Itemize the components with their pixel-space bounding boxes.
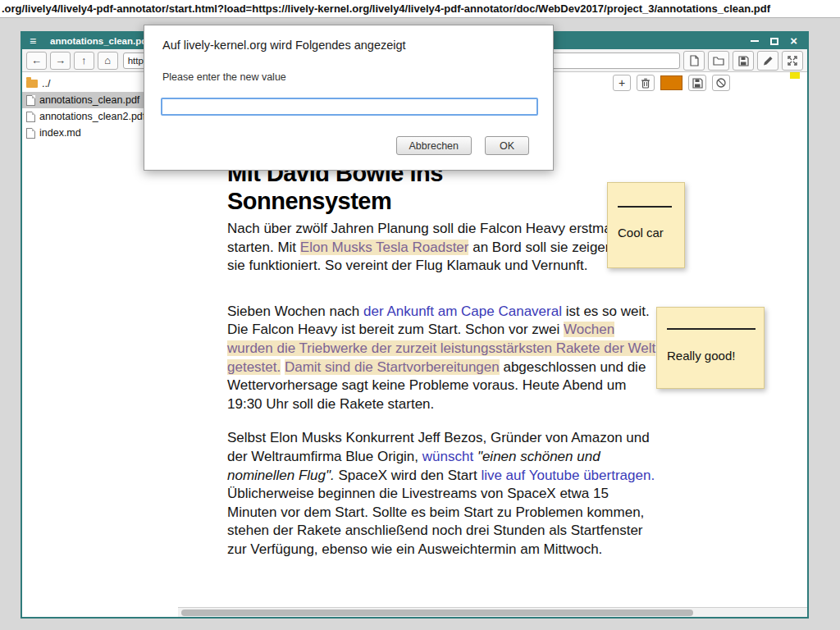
menu-icon[interactable]: ≡ (22, 34, 43, 48)
text-run: SpaceX wird den Start (335, 468, 482, 483)
file-icon (26, 112, 35, 122)
add-annotation-button[interactable]: + (613, 75, 631, 91)
save-icon (737, 55, 749, 66)
text-link[interactable]: der Ankunft am Cape Canaveral (363, 304, 562, 319)
file-name: ../ (42, 78, 50, 89)
window-title: annotations_clean.pdf (50, 36, 150, 46)
annotation-toolbar: + (613, 75, 730, 91)
minimize-button[interactable] (751, 40, 759, 42)
highlight-color-marker[interactable] (790, 72, 800, 79)
cancel-annotation-button[interactable] (712, 75, 730, 91)
text-run: Elon Musks Tesla Roadster (300, 240, 469, 255)
close-button[interactable]: × (790, 36, 797, 46)
color-swatch-orange[interactable] (660, 75, 682, 90)
folder-icon (713, 55, 724, 66)
expand-icon (787, 55, 798, 66)
edit-button[interactable] (757, 51, 778, 71)
home-button[interactable]: ⌂ (98, 52, 118, 70)
scrollbar-thumb[interactable] (181, 609, 693, 616)
cancel-button[interactable]: Abbrechen (396, 136, 472, 155)
text-run: Sieben Wochen nach (227, 304, 363, 319)
text-run: Damit sind die Startvorbereitungen (285, 359, 500, 375)
new-file-button[interactable] (683, 51, 705, 71)
pdf-document-text: Mit David Bowie ins Sonnensystem Nach üb… (227, 159, 658, 559)
ok-button[interactable]: OK (485, 136, 529, 155)
file-icon (26, 128, 35, 139)
dialog-input[interactable] (161, 98, 538, 116)
article-paragraph: Nach über zwölf Jahren Planung soll die … (227, 220, 658, 276)
horizontal-scrollbar[interactable] (178, 607, 807, 617)
up-button[interactable]: ↑ (74, 52, 94, 70)
note-text: Really good! (667, 349, 735, 363)
save-icon (692, 77, 703, 89)
browser-url-text: .org/lively4/lively4-pdf-annotator/start… (2, 2, 770, 15)
pencil-icon (762, 55, 774, 66)
folder-icon (26, 80, 38, 88)
save-button[interactable] (733, 51, 754, 71)
open-folder-button[interactable] (708, 51, 729, 71)
trash-icon (640, 77, 651, 89)
save-annotations-button[interactable] (688, 75, 706, 91)
note-stroke (618, 206, 672, 208)
article-paragraph: Sieben Wochen nach der Ankunft am Cape C… (227, 303, 658, 414)
text-link[interactable]: wünscht (422, 449, 473, 464)
note-stroke (667, 328, 756, 330)
block-icon (715, 77, 727, 89)
back-button[interactable]: ← (26, 52, 47, 70)
delete-annotation-button[interactable] (637, 75, 655, 91)
dialog-message: Please enter the new value (162, 71, 286, 83)
article-paragraph: Selbst Elon Musks Konkurrent Jeff Bezos,… (227, 429, 658, 559)
file-name: annotations_clean2.pdf (39, 111, 145, 122)
browser-url-bar[interactable]: .org/lively4/lively4-pdf-annotator/start… (0, 0, 840, 18)
js-prompt-dialog: Auf lively-kernel.org wird Folgendes ang… (144, 25, 554, 171)
fullscreen-button[interactable] (782, 51, 803, 71)
maximize-button[interactable] (770, 38, 778, 45)
sticky-note[interactable]: Cool car (607, 182, 685, 268)
forward-button[interactable]: → (50, 52, 71, 70)
dialog-title: Auf lively-kernel.org wird Folgendes ang… (162, 39, 406, 52)
new-file-icon (688, 55, 700, 66)
text-run: Üblicherweise beginnen die Livestreams v… (227, 486, 644, 557)
text-link[interactable]: live auf Youtube übertragen. (481, 468, 655, 483)
file-name: index.md (39, 127, 81, 139)
file-icon (26, 95, 35, 106)
file-name: annotations_clean.pdf (39, 94, 139, 106)
sticky-note[interactable]: Really good! (656, 307, 765, 389)
note-text: Cool car (618, 226, 664, 240)
